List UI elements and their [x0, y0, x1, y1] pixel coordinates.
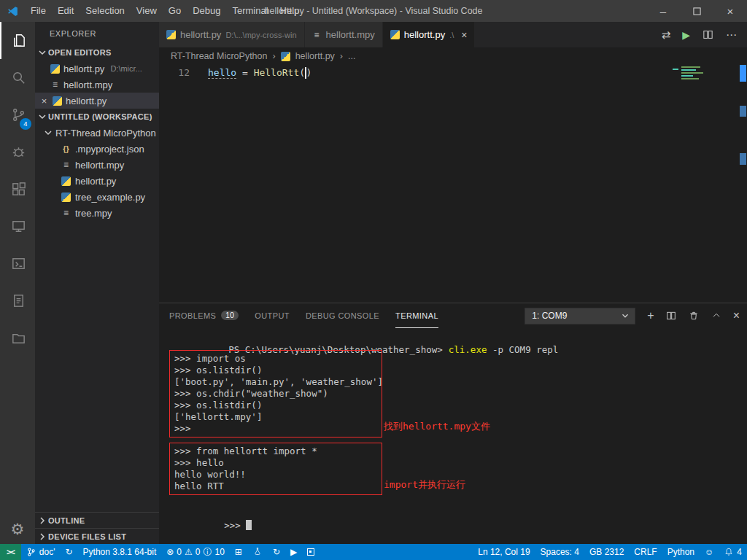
- python-file-icon: [53, 96, 62, 106]
- breadcrumb-folder[interactable]: RT-Thread MicroPython: [171, 51, 267, 61]
- more-actions-icon[interactable]: ⋯: [726, 28, 737, 42]
- encoding-item[interactable]: GB 2312: [584, 544, 629, 560]
- code-token-callee: HelloRtt: [254, 67, 300, 78]
- folder-name: RT-Thread MicroPython: [55, 128, 156, 139]
- breadcrumb-file[interactable]: hellortt.py: [295, 51, 335, 61]
- tab-hellortt-py-active[interactable]: hellortt.py .\ ×: [383, 22, 476, 47]
- breadcrumb-symbol[interactable]: ...: [348, 51, 355, 61]
- close-panel-icon[interactable]: ×: [733, 309, 740, 322]
- mpy-run-item[interactable]: ▶: [285, 544, 302, 560]
- menu-go[interactable]: Go: [163, 0, 187, 22]
- open-editor-item-active[interactable]: × hellortt.py: [35, 93, 159, 109]
- split-terminal-icon[interactable]: [665, 310, 677, 322]
- mpy-file-icon: ≡: [61, 160, 71, 170]
- maximize-button[interactable]: [680, 0, 713, 22]
- remote-indicator[interactable]: ><: [0, 544, 21, 560]
- editor-actions: ⇄ ▶ ⋯: [662, 22, 747, 47]
- close-window-button[interactable]: ×: [713, 0, 747, 22]
- tab-hellortt-mpy[interactable]: ≡ hellortt.mpy: [305, 22, 383, 47]
- explorer-icon[interactable]: [0, 22, 35, 59]
- add-square-icon: ⊞: [235, 547, 242, 557]
- problems-summary-item[interactable]: ⊗ 0 ⚠ 0 ⓘ 10: [161, 544, 230, 560]
- extensions-icon[interactable]: [0, 171, 35, 208]
- sync-icon: ↻: [66, 547, 73, 557]
- tree-file[interactable]: ≡ tree.mpy: [35, 205, 159, 221]
- debug-icon[interactable]: [0, 133, 35, 171]
- tab-hellortt-py-external[interactable]: hellortt.py D:\...\mpy-cross-win: [159, 22, 305, 47]
- tab-debug-console[interactable]: DEBUG CONSOLE: [306, 303, 379, 328]
- tree-file[interactable]: {} .mpyproject.json: [35, 141, 159, 157]
- feedback-item[interactable]: ☺: [700, 544, 719, 560]
- open-changes-icon[interactable]: ⇄: [662, 28, 671, 42]
- language-mode-item[interactable]: Python: [662, 544, 700, 560]
- search-icon[interactable]: [0, 59, 35, 96]
- mpy-file-icon: ≡: [61, 208, 71, 218]
- sync-item[interactable]: ↻: [61, 544, 78, 560]
- source-control-icon[interactable]: 4: [0, 96, 35, 133]
- eol-label: CRLF: [634, 547, 657, 557]
- sync-icon: ↻: [273, 547, 280, 557]
- notification-count: 4: [737, 547, 742, 557]
- mpy-stop-item[interactable]: [302, 544, 320, 560]
- terminal-box-icon[interactable]: [0, 245, 35, 282]
- tab-output[interactable]: OUTPUT: [255, 303, 290, 328]
- error-icon: ⊗: [166, 547, 174, 557]
- terminal-picker[interactable]: 1: COM9: [525, 308, 635, 324]
- code-editor[interactable]: 12 hello = HelloRtt ( ): [159, 65, 747, 303]
- workspace-label: UNTITLED (WORKSPACE): [48, 112, 152, 121]
- file-name: hellortt.py: [63, 63, 104, 74]
- open-editors-header[interactable]: OPEN EDITORS: [35, 44, 159, 61]
- split-editor-icon[interactable]: [702, 28, 714, 41]
- chevron-down-icon: [42, 127, 54, 139]
- mpy-build-item[interactable]: [247, 544, 268, 560]
- tree-file[interactable]: hellortt.py: [35, 173, 159, 189]
- close-tab-icon[interactable]: ×: [461, 29, 467, 41]
- tree-file[interactable]: ≡ hellortt.mpy: [35, 157, 159, 173]
- run-python-file-icon[interactable]: ▶: [682, 29, 690, 41]
- eol-item[interactable]: CRLF: [629, 544, 662, 560]
- tree-file[interactable]: tree_example.py: [35, 189, 159, 205]
- new-terminal-icon[interactable]: +: [647, 309, 654, 322]
- menu-view[interactable]: View: [131, 0, 163, 22]
- minimap[interactable]: [673, 66, 719, 93]
- tree-folder-rtthread[interactable]: RT-Thread MicroPython: [35, 125, 159, 141]
- notes-icon[interactable]: [0, 282, 35, 319]
- folder-view-icon[interactable]: [0, 319, 35, 357]
- output-label: OUTPUT: [255, 311, 290, 320]
- problems-label: PROBLEMS: [169, 311, 216, 320]
- maximize-panel-icon[interactable]: [711, 310, 722, 322]
- remote-explorer-icon[interactable]: [0, 208, 35, 245]
- mpy-sync-item[interactable]: ↻: [268, 544, 285, 560]
- python-file-icon: [281, 52, 290, 61]
- git-branch-item[interactable]: doc': [21, 544, 61, 560]
- cursor-position-item[interactable]: Ln 12, Col 19: [473, 544, 535, 560]
- settings-gear-icon[interactable]: ⚙: [0, 521, 35, 538]
- tab-label: hellortt.py: [404, 29, 445, 40]
- notifications-item[interactable]: 4: [719, 544, 747, 560]
- python-file-icon: [166, 30, 176, 39]
- device-files-header[interactable]: DEVICE FILES LIST: [35, 528, 159, 544]
- mpy-download-item[interactable]: ⊞: [230, 544, 247, 560]
- menu-file[interactable]: File: [25, 0, 52, 22]
- minimize-button[interactable]: –: [646, 0, 680, 22]
- debug-console-label: DEBUG CONSOLE: [306, 311, 379, 320]
- chevron-down-icon: [36, 47, 48, 58]
- minimap-mark: [681, 75, 693, 77]
- python-interpreter-item[interactable]: Python 3.8.1 64-bit: [78, 544, 162, 560]
- open-editor-item[interactable]: hellortt.py D:\micr...: [35, 61, 159, 77]
- tab-problems[interactable]: PROBLEMS 10: [169, 303, 239, 328]
- terminal-output[interactable]: PS C:\Users\yuanj\Desktop\weather_show>c…: [159, 328, 747, 544]
- indentation-item[interactable]: Spaces: 4: [535, 544, 584, 560]
- file-name: tree.mpy: [75, 208, 112, 219]
- close-editor-icon[interactable]: ×: [39, 96, 49, 106]
- menu-edit[interactable]: Edit: [52, 0, 80, 22]
- workspace-header[interactable]: UNTITLED (WORKSPACE): [35, 109, 159, 125]
- tab-label: hellortt.mpy: [326, 29, 375, 40]
- menu-debug[interactable]: Debug: [187, 0, 226, 22]
- kill-terminal-icon[interactable]: [688, 310, 700, 322]
- file-name: hellortt.py: [66, 96, 107, 106]
- open-editor-item[interactable]: ≡ hellortt.mpy: [35, 77, 159, 93]
- outline-header[interactable]: OUTLINE: [35, 512, 159, 528]
- tab-terminal[interactable]: TERMINAL: [395, 303, 438, 328]
- menu-selection[interactable]: Selection: [80, 0, 130, 22]
